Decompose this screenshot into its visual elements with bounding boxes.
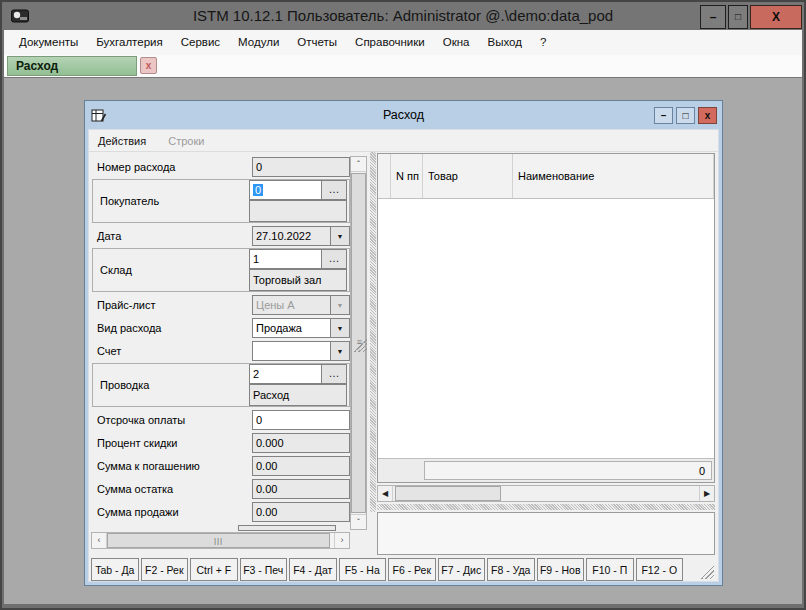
column-header-3[interactable]: Товар bbox=[423, 154, 513, 198]
scrollbar-thumb[interactable] bbox=[395, 486, 501, 501]
menu-item-7[interactable]: Окна bbox=[434, 30, 479, 55]
dialog-maximize-button[interactable]: □ bbox=[676, 107, 695, 124]
dropdown-button[interactable]: ▼ bbox=[330, 318, 350, 338]
dialog-content: ДействияСтроки Номер расхода0Покупатель0… bbox=[88, 129, 719, 582]
menu-item-1[interactable]: Документы bbox=[10, 30, 87, 55]
column-header-4[interactable]: Наименование bbox=[513, 154, 714, 198]
notes-splitter[interactable] bbox=[377, 504, 715, 510]
scroll-up-icon[interactable]: ˆ bbox=[351, 157, 366, 172]
field-label: Сумма остатка bbox=[92, 483, 252, 495]
field-input: Цены А bbox=[252, 295, 331, 315]
column-header-2[interactable]: N пп bbox=[391, 154, 423, 198]
field-label: Сумма продажи bbox=[92, 506, 252, 518]
field-control: Цены А▼ bbox=[252, 295, 350, 315]
pane-splitter[interactable] bbox=[370, 152, 376, 512]
table-summary-row: 0 bbox=[378, 458, 714, 482]
form-vertical-scrollbar[interactable]: ˆ ≡ ˇ bbox=[350, 156, 367, 530]
dialog-minimize-button[interactable]: – bbox=[654, 107, 673, 124]
maximize-button[interactable]: □ bbox=[728, 5, 748, 29]
field-label: Номер расхода bbox=[92, 161, 252, 173]
tab-close-icon[interactable]: x bbox=[140, 57, 157, 74]
fkey-button-8[interactable]: F7 - Дис bbox=[438, 558, 486, 581]
field-control: 0 bbox=[252, 410, 350, 430]
tab-bar: Расход x bbox=[4, 55, 802, 77]
tab-rashod[interactable]: Расход bbox=[7, 56, 137, 76]
menu-item-8[interactable]: Выход bbox=[478, 30, 530, 55]
fkey-button-1[interactable]: Tab - Да bbox=[91, 558, 139, 581]
menu-item-5[interactable]: Отчеты bbox=[288, 30, 346, 55]
scroll-left-icon[interactable]: ◀ bbox=[378, 486, 393, 501]
lookup-row: 0… bbox=[249, 180, 347, 200]
fkey-button-10[interactable]: F9 - Нов bbox=[537, 558, 585, 581]
notes-panel[interactable] bbox=[377, 512, 715, 555]
app-window: ISTM 10.12.1 Пользователь: Administrator… bbox=[0, 0, 806, 610]
scrollbar-thumb[interactable]: ||| bbox=[107, 533, 330, 548]
lookup-button[interactable]: … bbox=[321, 180, 347, 200]
minimize-button[interactable]: – bbox=[700, 5, 726, 29]
menu-item-6[interactable]: Справочники bbox=[346, 30, 434, 55]
field-control: 1…Торговый зал bbox=[249, 249, 347, 291]
menu-item-9[interactable]: ? bbox=[531, 30, 555, 55]
fkey-button-2[interactable]: F2 - Рек bbox=[141, 558, 189, 581]
field-input[interactable]: 0 bbox=[252, 410, 350, 430]
app-titlebar: ISTM 10.12.1 Пользователь: Administrator… bbox=[2, 2, 804, 30]
scroll-left-icon[interactable]: ‹ bbox=[92, 533, 107, 548]
field-row-3: Дата27.10.2022▼ bbox=[92, 225, 350, 246]
field-input: 0.00 bbox=[252, 502, 350, 522]
field-input[interactable] bbox=[252, 341, 331, 361]
total-field: 0 bbox=[424, 461, 712, 480]
field-input: 0.000 bbox=[252, 433, 350, 453]
table-horizontal-scrollbar[interactable]: ◀ ▶ bbox=[377, 485, 715, 502]
field-label: Прайс-лист bbox=[92, 299, 252, 311]
field-display: Расход bbox=[249, 384, 347, 406]
field-label: Сумма к погашению bbox=[92, 460, 252, 472]
menu-item-4[interactable]: Модули bbox=[229, 30, 288, 55]
menu-item-2[interactable]: Бухгалтерия bbox=[87, 30, 171, 55]
form-horizontal-scrollbar[interactable]: ‹ ||| › bbox=[91, 532, 350, 549]
field-input[interactable]: 27.10.2022 bbox=[252, 226, 331, 246]
lookup-button[interactable]: … bbox=[321, 364, 347, 384]
fkey-button-5[interactable]: F4 - Дат bbox=[289, 558, 337, 581]
fkey-button-6[interactable]: F5 - На bbox=[339, 558, 387, 581]
dialog-close-button[interactable]: x bbox=[698, 107, 717, 124]
fkey-button-3[interactable]: Ctrl + F bbox=[190, 558, 238, 581]
fkey-button-7[interactable]: F6 - Рек bbox=[388, 558, 436, 581]
clipped-field bbox=[238, 525, 336, 531]
dialog-menu-item-1[interactable]: Действия bbox=[98, 135, 146, 147]
field-row-2: Покупатель0… bbox=[92, 179, 350, 223]
lookup-row: 2… bbox=[249, 364, 347, 384]
scroll-right-icon[interactable]: › bbox=[334, 533, 349, 548]
field-input[interactable]: Продажа bbox=[252, 318, 331, 338]
dialog-titlebar[interactable]: Расход – □ x bbox=[88, 104, 719, 129]
field-label: Дата bbox=[92, 230, 252, 242]
field-label: Покупатель bbox=[95, 195, 249, 207]
close-button[interactable]: X bbox=[750, 5, 802, 29]
dropdown-button: ▼ bbox=[330, 295, 350, 315]
dropdown-button[interactable]: ▼ bbox=[330, 341, 350, 361]
field-label: Склад bbox=[95, 264, 249, 276]
field-row-7: Счет▼ bbox=[92, 340, 350, 361]
field-control: 0.00 bbox=[252, 502, 350, 522]
menu-item-3[interactable]: Сервис bbox=[172, 30, 229, 55]
fkey-button-4[interactable]: F3 - Печ bbox=[240, 558, 288, 581]
table-body[interactable] bbox=[378, 200, 714, 457]
thumb-grip-icon: ≡ bbox=[352, 337, 367, 352]
scroll-right-icon[interactable]: ▶ bbox=[699, 486, 714, 501]
scroll-down-icon[interactable]: ˇ bbox=[351, 514, 366, 529]
field-input[interactable]: 1 bbox=[249, 249, 322, 269]
field-control: 27.10.2022▼ bbox=[252, 226, 350, 246]
field-label: Отсрочка оплаты bbox=[92, 414, 252, 426]
field-row-13: Сумма продажи0.00 bbox=[92, 501, 350, 522]
fkey-button-12[interactable]: F12 - О bbox=[636, 558, 684, 581]
column-header-1[interactable] bbox=[378, 154, 391, 198]
field-row-12: Сумма остатка0.00 bbox=[92, 478, 350, 499]
fkey-button-11[interactable]: F10 - П bbox=[586, 558, 634, 581]
field-input[interactable]: 2 bbox=[249, 364, 322, 384]
field-input[interactable]: 0 bbox=[249, 180, 322, 200]
dropdown-button[interactable]: ▼ bbox=[330, 226, 350, 246]
fkey-button-9[interactable]: F8 - Уда bbox=[487, 558, 535, 581]
scrollbar-thumb[interactable]: ≡ bbox=[351, 173, 366, 513]
resize-grip-icon[interactable] bbox=[699, 564, 714, 579]
lookup-button[interactable]: … bbox=[321, 249, 347, 269]
dialog-menu-item-2: Строки bbox=[168, 135, 204, 147]
